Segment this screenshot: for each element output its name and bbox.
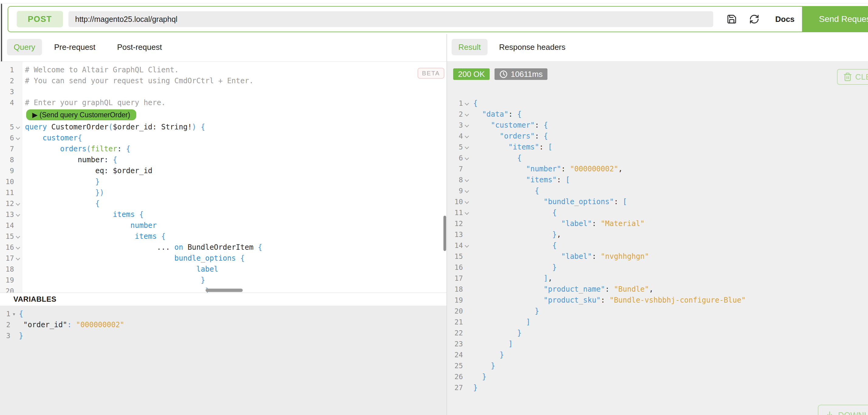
clear-label: CLEAR — [855, 72, 868, 82]
fold-caret-icon[interactable] — [14, 242, 22, 253]
code-row: 4 "orders": { — [451, 131, 868, 142]
line-number: 3 — [451, 120, 463, 131]
fold-caret-icon[interactable] — [463, 152, 471, 164]
fold-caret-icon[interactable] — [463, 174, 471, 185]
code-text: "product_sku": "Bundle-vshbbhj-configure… — [473, 295, 746, 306]
fold-caret-icon[interactable] — [463, 185, 471, 196]
line-number: 20 — [451, 306, 463, 317]
code-row: 3 — [0, 86, 446, 97]
fold-caret-empty — [463, 295, 471, 306]
code-text: { — [473, 152, 522, 164]
variables-editor[interactable]: 1▾{2 "order_id": "000000002"3} — [0, 306, 446, 415]
send-query-button[interactable]: ▶ (Send query CustomerOrder) — [26, 109, 136, 120]
fold-caret-icon[interactable] — [463, 196, 471, 207]
save-icon[interactable] — [726, 14, 737, 24]
code-text: { — [473, 98, 477, 109]
download-result-button[interactable]: DOWNLOAD — [818, 405, 868, 415]
line-number: 15 — [451, 251, 463, 262]
top-divider — [0, 3, 868, 3]
clear-result-button[interactable]: CLEAR — [837, 69, 868, 85]
fold-caret-icon[interactable]: ▾ — [10, 308, 18, 319]
fold-caret-icon[interactable] — [463, 207, 471, 218]
line-number: 16 — [451, 262, 463, 273]
line-number: 1 — [451, 98, 463, 109]
fold-caret-empty — [14, 275, 22, 285]
code-row: 23 ] — [451, 339, 868, 349]
code-text: { — [25, 198, 100, 209]
fold-caret-empty — [14, 97, 22, 108]
send-request-button[interactable]: Send Request — [802, 7, 868, 32]
floppy-disk-icon — [726, 14, 737, 24]
query-editor[interactable]: 1# Welcome to Altair GraphQL Client.2# Y… — [0, 62, 446, 292]
fold-caret-icon[interactable] — [463, 120, 471, 131]
tab-response-headers[interactable]: Response headers — [499, 39, 565, 55]
fold-caret-empty — [463, 229, 471, 240]
line-number: 23 — [451, 339, 463, 349]
code-text: items { — [25, 209, 144, 220]
tab-pre-request[interactable]: Pre-request — [54, 39, 95, 55]
code-row: 11 }) — [0, 187, 446, 198]
fold-caret-empty — [463, 273, 471, 284]
code-row: 19 "product_sku": "Bundle-vshbbhj-config… — [451, 295, 868, 306]
url-input[interactable]: http://magento25.local/graphql — [68, 11, 713, 27]
code-row: 6 { — [451, 152, 868, 164]
fold-caret-icon[interactable] — [14, 198, 22, 209]
fold-caret-icon[interactable] — [14, 231, 22, 242]
tab-query[interactable]: Query — [7, 39, 42, 55]
code-text: "number": "000000002", — [473, 164, 623, 174]
beta-badge: BETA — [417, 68, 444, 79]
code-text: ] — [473, 317, 530, 327]
fold-caret-empty — [463, 262, 471, 273]
fold-caret-icon[interactable] — [14, 253, 22, 264]
fold-caret-icon[interactable] — [14, 122, 22, 133]
line-number: 17 — [451, 273, 463, 284]
code-text: }) — [25, 187, 104, 198]
fold-caret-icon[interactable] — [463, 142, 471, 152]
code-row: 15 items { — [0, 231, 446, 242]
fold-caret-empty — [14, 154, 22, 165]
line-number: 15 — [0, 231, 14, 242]
fold-caret-icon[interactable] — [463, 240, 471, 251]
http-method-selector[interactable]: POST — [17, 11, 63, 27]
trash-icon — [843, 72, 852, 81]
refresh-schema-icon[interactable] — [749, 14, 760, 24]
line-number: 12 — [451, 218, 463, 229]
fold-caret-icon[interactable] — [463, 98, 471, 109]
code-row: 1▾{ — [0, 308, 446, 319]
fold-caret-icon[interactable] — [463, 109, 471, 120]
line-number: 2 — [0, 75, 14, 86]
code-text: } — [473, 349, 504, 360]
docs-button[interactable]: Docs — [775, 14, 795, 24]
line-number: 9 — [0, 165, 14, 176]
code-row: 25 } — [451, 360, 868, 371]
line-number: 13 — [0, 209, 14, 220]
code-text: "product_name": "Bundle", — [473, 284, 653, 295]
code-text: "customer": { — [473, 120, 548, 131]
fold-caret-icon[interactable] — [14, 209, 22, 220]
code-text: "order_id": "000000002" — [19, 319, 124, 330]
code-row: 9 { — [451, 185, 868, 196]
code-text: { — [473, 240, 557, 251]
download-icon — [825, 411, 834, 415]
fold-caret-icon[interactable] — [14, 133, 22, 143]
line-number: 4 — [0, 97, 14, 108]
fold-caret-icon[interactable] — [463, 131, 471, 142]
variables-title: VARIABLES — [0, 293, 446, 306]
fold-caret-empty — [463, 306, 471, 317]
tab-post-request[interactable]: Post-request — [117, 39, 162, 55]
vertical-scrollbar-thumb[interactable] — [443, 216, 446, 251]
line-number: 5 — [451, 142, 463, 152]
code-row: 2 "order_id": "000000002" — [0, 319, 446, 330]
horizontal-scrollbar-thumb[interactable] — [206, 289, 243, 292]
response-json[interactable]: 1{2 "data": {3 "customer": {4 "orders": … — [447, 98, 868, 393]
line-number: 12 — [0, 198, 14, 209]
line-number: 14 — [451, 240, 463, 251]
line-number: 8 — [0, 154, 14, 165]
code-row: 1# Welcome to Altair GraphQL Client. — [0, 64, 446, 75]
code-row: 18 "product_name": "Bundle", — [451, 284, 868, 295]
code-text: query CustomerOrder($order_id: String!) … — [25, 122, 205, 133]
line-number: 13 — [451, 229, 463, 240]
code-row: 18 label — [0, 264, 446, 275]
code-row: 17 bundle_options { — [0, 253, 446, 264]
tab-result[interactable]: Result — [452, 39, 488, 55]
